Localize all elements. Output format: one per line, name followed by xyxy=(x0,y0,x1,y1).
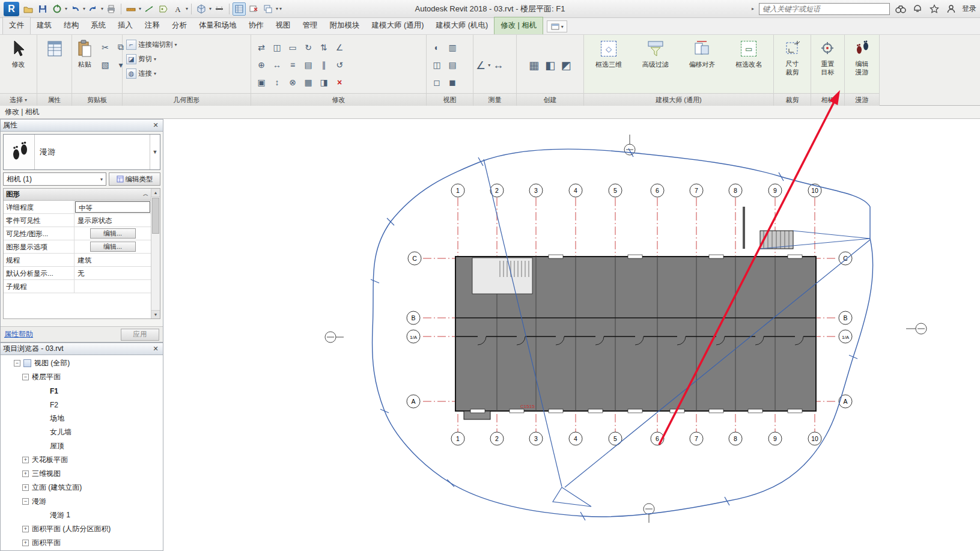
tree-item-ceiling-plans[interactable]: 天花板平面 xyxy=(1,453,163,467)
tree-item-roof[interactable]: 屋顶 xyxy=(1,439,163,453)
tab-addins[interactable]: 附加模块 xyxy=(324,17,366,34)
cut-geometry-button[interactable]: ◪ 剪切▾ xyxy=(125,52,157,66)
panel-label-master-general[interactable]: 建模大师 (通用) xyxy=(584,93,773,106)
tab-manage[interactable]: 管理 xyxy=(297,17,324,34)
scale-icon[interactable]: ≡ xyxy=(285,56,300,73)
offset-icon[interactable]: ◫ xyxy=(269,38,285,56)
create-group-icon[interactable]: ▦ xyxy=(529,59,539,72)
expand-icon[interactable] xyxy=(22,484,29,491)
tree-item-elevations[interactable]: 立面 (建筑立面) xyxy=(1,481,163,495)
expand-icon[interactable] xyxy=(22,540,29,546)
section-icon[interactable] xyxy=(213,2,226,16)
collapse-icon[interactable] xyxy=(22,374,29,380)
expand-icon[interactable] xyxy=(22,457,29,463)
panel-display-toggle[interactable]: ▾ xyxy=(547,20,567,32)
drawing-canvas[interactable]: C1515 1 2 3 4 5 6 7 8 9 10 1 2 3 4 5 6 7… xyxy=(163,119,980,551)
schedule-icon[interactable] xyxy=(233,2,246,16)
panel-label-crop[interactable]: 裁剪 xyxy=(774,93,811,106)
measure-tool-icon[interactable]: ∠ xyxy=(476,59,485,72)
sub-discipline-value[interactable] xyxy=(75,280,151,293)
box-select-3d-button[interactable]: ◇ 框选三维 xyxy=(589,37,628,69)
measure-icon[interactable] xyxy=(124,2,138,16)
expand-icon[interactable] xyxy=(22,526,29,532)
undo-dropdown-icon[interactable]: ▾ xyxy=(83,6,85,11)
mirror-icon[interactable]: ▭ xyxy=(285,38,300,56)
cut-icon[interactable]: ✂ xyxy=(97,38,113,56)
panel-label-geometry[interactable]: 几何图形 xyxy=(123,93,251,106)
tab-architecture[interactable]: 建筑 xyxy=(31,17,58,34)
building-plan[interactable]: C1515 xyxy=(455,207,816,419)
modify-tool-button[interactable]: 修改 xyxy=(2,37,34,69)
create-assembly-icon[interactable]: ◩ xyxy=(561,59,571,72)
edit-walkthrough-button[interactable]: 编辑 漫游 xyxy=(847,37,877,76)
graphic-display-edit-button[interactable]: 编辑... xyxy=(90,242,136,252)
cope-icon[interactable]: ◨ xyxy=(316,73,332,91)
split-icon[interactable]: ⊕ xyxy=(254,56,269,73)
search-input[interactable] xyxy=(759,3,890,15)
apply-button[interactable]: 应用 xyxy=(121,329,159,341)
linework-icon[interactable]: ◫ xyxy=(429,56,445,73)
expand-icon[interactable] xyxy=(22,470,29,477)
tab-insert[interactable]: 插入 xyxy=(112,17,139,34)
floor-plan-view[interactable]: C1515 1 2 3 4 5 6 7 8 9 10 1 2 3 4 5 6 7… xyxy=(163,119,980,551)
measure-dropdown-icon[interactable]: ▾ xyxy=(139,6,141,11)
open-icon[interactable] xyxy=(22,2,35,16)
tree-item-views[interactable]: 视图 (全部) xyxy=(1,356,163,370)
type-selector[interactable]: 漫游 ▼ xyxy=(3,134,160,170)
tree-item-f2[interactable]: F2 xyxy=(1,398,163,412)
properties-title-bar[interactable]: 属性 ✕ xyxy=(1,120,163,132)
size-crop-button[interactable]: 尺寸 裁剪 xyxy=(776,37,808,76)
collapse-icon[interactable] xyxy=(22,498,29,505)
delete-icon[interactable]: × xyxy=(332,73,347,91)
close-icon[interactable]: ✕ xyxy=(151,345,160,353)
tree-item-floor-plans[interactable]: 楼层平面 xyxy=(1,370,163,384)
move-icon[interactable]: ⇅ xyxy=(316,38,332,56)
box-rename-button[interactable]: ▭ 框选改名 xyxy=(729,37,768,69)
offset-align-button[interactable]: 偏移对齐 xyxy=(682,37,722,69)
3d-view-dropdown-icon[interactable]: ▾ xyxy=(209,6,212,11)
sign-in-label[interactable]: 登录 xyxy=(962,4,976,14)
scroll-down-icon[interactable]: ▼ xyxy=(151,310,160,318)
join-geometry-button[interactable]: ◍ 连接▾ xyxy=(125,66,157,81)
switch-windows-icon[interactable] xyxy=(261,2,275,16)
measure-tool-dropdown-icon[interactable]: ▾ xyxy=(488,62,490,68)
align-icon[interactable]: ⇄ xyxy=(254,38,269,56)
print-icon[interactable] xyxy=(105,2,118,16)
tree-item-walkthrough-1[interactable]: 漫游 1 xyxy=(1,508,163,522)
collapse-section-icon[interactable] xyxy=(143,190,148,198)
user-icon[interactable] xyxy=(945,3,957,15)
sync-dropdown-icon[interactable]: ▾ xyxy=(65,6,67,11)
visibility-edit-button[interactable]: 编辑... xyxy=(90,228,136,239)
array-icon[interactable]: ↔ xyxy=(269,56,285,73)
paste-button[interactable]: 粘贴 xyxy=(75,37,95,69)
advanced-filter-button[interactable]: 高级过滤 xyxy=(636,37,675,69)
search-binoculars-icon[interactable] xyxy=(895,3,907,15)
panel-label-select[interactable]: 选择▾ xyxy=(0,93,37,106)
customize-qat-icon[interactable]: ▾ xyxy=(279,6,282,11)
revit-logo-icon[interactable]: R xyxy=(4,2,19,16)
rotate-icon[interactable]: ↻ xyxy=(300,38,316,56)
tree-item-area-plans[interactable]: 面积平面 xyxy=(1,536,163,550)
save-icon[interactable] xyxy=(36,2,49,16)
panel-label-modify[interactable]: 修改 xyxy=(251,93,426,106)
communication-center-icon[interactable] xyxy=(912,3,924,15)
section-graphics[interactable]: 图形 xyxy=(4,189,151,201)
detail-level-combo[interactable]: 中等 xyxy=(75,201,150,213)
copy-modify-icon[interactable]: ↺ xyxy=(332,56,347,73)
extend-icon[interactable]: ↕ xyxy=(269,73,285,91)
reveal-icon[interactable]: ◼ xyxy=(445,73,460,91)
redo-icon[interactable] xyxy=(87,2,100,16)
display-icon[interactable]: ◻ xyxy=(429,73,445,91)
panel-label-create[interactable]: 创建 xyxy=(517,93,583,106)
redo-dropdown-icon[interactable]: ▾ xyxy=(101,6,103,11)
reset-target-button[interactable]: 重置 目标 xyxy=(814,37,842,76)
tree-item-area-plans-civil[interactable]: 面积平面 (人防分区面积) xyxy=(1,522,163,536)
cut-profile-icon[interactable]: ▤ xyxy=(445,56,460,73)
panel-label-measure[interactable]: 测量 xyxy=(473,93,516,106)
panel-label-walkthrough[interactable]: 漫游 xyxy=(845,93,879,106)
aligned-dimension-icon[interactable] xyxy=(142,2,156,16)
tree-item-walkthroughs[interactable]: 漫游 xyxy=(1,495,163,508)
tab-analyze[interactable]: 分析 xyxy=(166,17,193,34)
analysis-display-value[interactable]: 无 xyxy=(75,267,151,279)
text-dropdown-icon[interactable]: ▾ xyxy=(186,6,188,11)
